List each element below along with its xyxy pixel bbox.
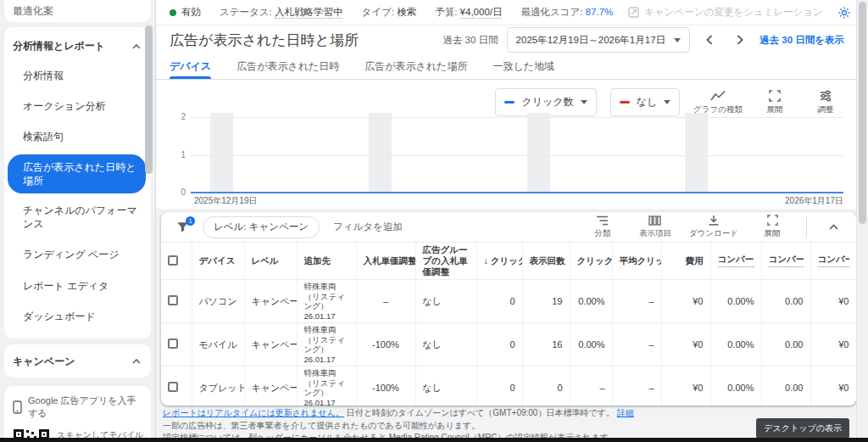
previous-period-button[interactable] [698,29,721,51]
filter-chip-level[interactable]: レベル: キャンペーン [203,216,320,238]
divider [806,217,807,238]
table-header-row: デバイス レベル 追加先 入札単価調整比 広告グループの入札単価調整 ↓ クリッ… [161,243,856,280]
col-avg-cpc[interactable]: 平均クリック [612,243,661,280]
item-label: 広告が表示された日時と場所 [23,161,136,187]
col-level[interactable]: レベル [244,243,297,280]
col-impressions[interactable]: 表示回数 [522,243,570,280]
table-row: パソコン キャンペーン 特殊車両（リスティング） 26.01.17 – なし 0… [161,280,856,323]
bottom-edge [0,438,868,442]
sidebar-section-campaigns: キャンペーン [4,344,151,378]
col-device[interactable]: デバイス [192,243,244,280]
tune-icon [820,90,832,102]
sidebar-item-dashboards[interactable]: ダッシュボード [4,301,151,332]
col-added-to[interactable]: 追加先 [297,243,356,280]
adjust-chart-button[interactable]: 調整 [807,90,844,115]
sidebar-item-when-where-ads-shown[interactable]: 広告が表示された日時と場所 [8,154,146,193]
optimization-score: 最適化スコア: 87.7% [520,6,613,19]
select-all-checkbox[interactable] [168,255,178,266]
x-axis-start-label: 2025年12月19日 [194,195,258,207]
col-conv-rate[interactable]: コンバージョ [710,243,761,280]
not-realtime-link[interactable]: レポートはリアルタイムには更新されません。 [163,408,344,417]
sidebar-item-auction-insights[interactable]: オークション分析 [4,91,151,121]
col-conversions[interactable]: コンバージョ [761,243,810,280]
tab-devices[interactable]: デバイス [170,54,211,79]
section-label: キャンペーン [13,355,75,369]
x-axis-end-label: 2026年1月17日 [785,195,843,207]
simulate-icon [628,7,639,18]
sidebar-item-label: 最適化案 [13,4,53,19]
sidebar-item-report-editor[interactable]: レポート エディタ [4,271,151,301]
collapse-table-button[interactable] [822,216,844,238]
chevron-up-icon [132,359,141,364]
main-content: 有効 ステータス: 入札戦略学習中 タイプ: 検索 予算: ¥4,000/日 最… [156,0,856,442]
secondary-metric-swatch [620,101,630,104]
primary-metric-swatch [504,101,515,104]
col-conv-value[interactable]: コンバージョン [810,243,856,280]
window-scrollbar[interactable] [856,0,868,442]
columns-button[interactable]: 表示項目 [637,215,674,239]
weekend-band [369,113,392,193]
sidebar-section-insights-header[interactable]: 分析情報とレポート [4,31,151,60]
segment-button[interactable]: 分類 [584,215,621,239]
col-ctr[interactable]: クリック率 [570,243,612,280]
expand-table-button[interactable]: 展開 [754,215,791,239]
bid-strategy-status: ステータス: 入札戦略学習中 [220,6,342,19]
sidebar-item-landing-pages[interactable]: ランディング ページ [4,239,151,270]
line-chart-icon [710,90,726,102]
item-label: ダッシュボード [23,311,96,322]
cell-device: パソコン [192,280,244,323]
performance-chart: クリック数 なし グラフの種類 [156,81,856,209]
row-checkbox[interactable] [168,338,178,349]
chevron-down-icon [581,100,587,104]
filter-button[interactable]: 1 [176,221,189,233]
device-table-card: 1 レベル: キャンペーン フィルタを追加 分類 [161,212,856,406]
fullscreen-icon [769,90,781,102]
weekend-band [210,113,233,193]
primary-metric-label: クリック数 [521,95,573,109]
date-range-value: 2025年12月19日～2026年1月17日 [516,34,665,47]
scrollbar-thumb[interactable] [859,2,866,224]
chevron-up-icon [132,44,141,49]
sidebar-section-insights: 分析情報とレポート 分析情報 オークション分析 検索語句 広告が表示された日時と… [4,27,151,338]
sidebar-scrollbar[interactable] [145,25,153,174]
item-label: チャンネルのパフォーマンス [23,204,137,230]
show-last-30-days-link[interactable]: 過去 30 日間を表示 [760,34,844,47]
col-adgroup-bid-adjustment[interactable]: 広告グループの入札単価調整 [415,243,476,280]
item-label: オークション分析 [23,100,105,112]
tab-where-ads-shown[interactable]: 広告が表示された場所 [364,54,467,79]
google-ads-app: 最適化案 分析情報とレポート 分析情報 オークション分析 検索語句 広告が表示さ… [0,0,868,442]
tab-when-ads-shown[interactable]: 広告が表示された日時 [236,54,339,79]
page-title: 広告が表示された日時と場所 [170,31,359,50]
chart-type-button[interactable]: グラフの種類 [693,90,743,115]
enabled-dot-icon [170,9,176,16]
lower-section: 1 レベル: キャンペーン フィルタを追加 分類 [156,209,856,438]
col-bid-adjustment[interactable]: 入札単価調整比 [356,243,415,280]
learn-more-link[interactable]: 詳細 [617,408,634,417]
row-checkbox[interactable] [168,382,178,392]
table-row: モバイル キャンペーン 特殊車両（リスティング） 26.01.17 -100% … [161,323,856,366]
gridline [191,155,843,156]
simulate-changes-button[interactable]: キャンペーンの変更をシュミレーション [628,6,823,19]
promo-title: Google 広告アプリを入手する [28,394,144,420]
cell-device: モバイル [192,323,244,366]
sidebar-section-campaigns-header[interactable]: キャンペーン [4,346,151,376]
row-checkbox[interactable] [168,295,178,305]
sidebar-item-channel-performance[interactable]: チャンネルのパフォーマンス [4,195,151,239]
expand-chart-button[interactable]: 展開 [756,90,793,115]
tab-matched-locations[interactable]: 一致した地域 [492,54,554,79]
status-enabled: 有効 [170,6,201,19]
date-range-picker[interactable]: 2025年12月19日～2026年1月17日 [507,27,690,53]
col-cost[interactable]: 費用 [661,243,710,280]
next-period-button[interactable] [729,29,751,51]
sidebar: 最適化案 分析情報とレポート 分析情報 オークション分析 検索語句 広告が表示さ… [0,0,156,442]
download-button[interactable]: ダウンロード [689,215,738,239]
table-row: タブレット キャンペーン 特殊車両（リスティング） 26.01.17 -100%… [161,366,856,406]
item-label: 検索語句 [23,131,64,143]
campaign-budget: 予算: ¥4,000/日 [435,6,502,19]
campaign-type: タイプ: 検索 [361,6,416,19]
sidebar-item-recommendations[interactable]: 最適化案 [4,0,151,22]
col-clicks-sorted[interactable]: ↓ クリック数 [476,243,522,280]
add-filter-button[interactable]: フィルタを追加 [333,221,403,233]
sidebar-item-insights[interactable]: 分析情報 [4,60,151,91]
sidebar-item-search-terms[interactable]: 検索語句 [4,121,151,152]
